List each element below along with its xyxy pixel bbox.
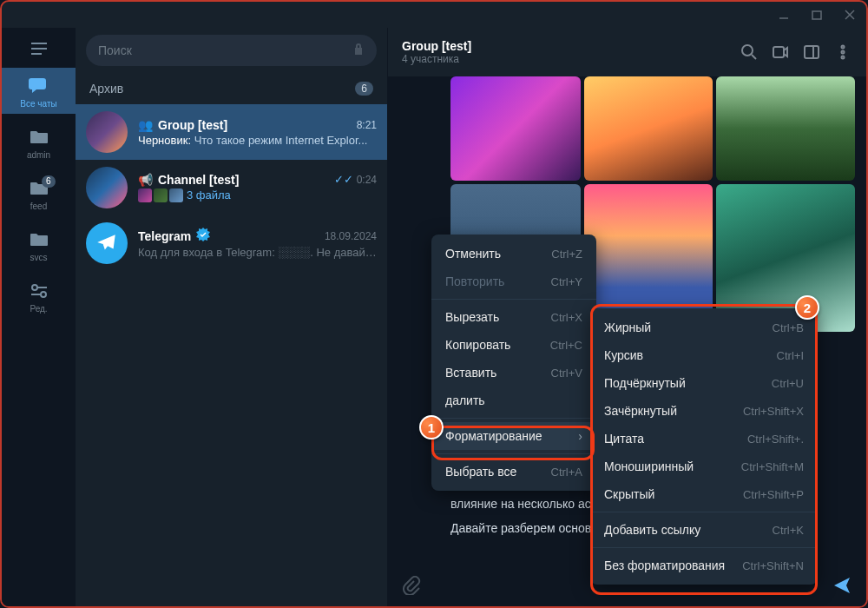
svg-rect-1: [812, 11, 821, 19]
separator: [590, 547, 818, 548]
svg-line-12: [752, 55, 756, 59]
separator: [590, 512, 818, 512]
svg-point-16: [842, 46, 845, 49]
ctx-undo[interactable]: ОтменитьCtrl+Z: [431, 240, 596, 268]
annotation-badge: 2: [795, 295, 819, 320]
ctx-cut[interactable]: ВырезатьCtrl+X: [431, 303, 596, 331]
close-button[interactable]: [844, 9, 856, 21]
svg-rect-13: [773, 47, 784, 57]
side-panel-button[interactable]: [802, 43, 821, 62]
rail-admin[interactable]: admin: [2, 119, 76, 165]
chat-time: 8:21: [357, 119, 377, 131]
ctx-plain[interactable]: Без форматированияCtrl+Shift+N: [590, 552, 818, 579]
folder-icon: 6: [28, 177, 50, 200]
media-thumbs: [138, 188, 183, 202]
lock-icon: [352, 43, 365, 59]
group-icon: 👥: [138, 118, 153, 132]
rail-label: Все чаты: [20, 99, 56, 109]
avatar: [86, 111, 128, 153]
chat-sidebar: Поиск Архив 6 👥Group [test] 8:21: [76, 28, 388, 606]
ctx-monospace[interactable]: МоноширинныйCtrl+Shift+M: [590, 453, 818, 480]
ctx-italic[interactable]: КурсивCtrl+I: [590, 341, 818, 369]
ctx-bold[interactable]: ЖирныйCtrl+B: [590, 314, 818, 341]
ctx-paste[interactable]: ВставитьCtrl+V: [431, 359, 596, 387]
archive-badge: 6: [355, 82, 373, 96]
rail-label: Ред.: [30, 304, 47, 314]
search-input[interactable]: Поиск: [86, 35, 377, 66]
svg-point-7: [32, 285, 37, 290]
chat-subtitle: 4 участника: [402, 53, 727, 65]
folder-icon: [28, 228, 50, 251]
ctx-spoiler[interactable]: СкрытыйCtrl+Shift+P: [590, 480, 818, 508]
attach-button[interactable]: [402, 576, 421, 598]
archive-label: Архив: [89, 82, 345, 96]
more-button[interactable]: [833, 43, 852, 62]
ctx-add-link[interactable]: Добавить ссылкуCtrl+K: [590, 516, 818, 544]
chat-row-group-test[interactable]: 👥Group [test] 8:21 Черновик: Что такое р…: [76, 104, 387, 160]
ctx-strike[interactable]: ЗачёркнутыйCtrl+Shift+X: [590, 397, 818, 425]
menu-button[interactable]: [22, 35, 56, 63]
svg-point-9: [41, 292, 46, 297]
chat-header[interactable]: Group [test] 4 участника: [388, 28, 866, 76]
svg-rect-14: [805, 46, 819, 58]
settings-icon: [28, 280, 50, 302]
ctx-redo[interactable]: ПовторитьCtrl+Y: [431, 268, 596, 295]
unread-badge: 6: [42, 175, 56, 188]
channel-icon: 📢: [138, 173, 153, 187]
chevron-right-icon: ›: [578, 429, 582, 443]
album-image[interactable]: [450, 76, 581, 181]
minimize-button[interactable]: [778, 9, 790, 21]
rail-edit[interactable]: Ред.: [2, 273, 76, 319]
chat-name: Group [test]: [158, 118, 227, 132]
ctx-select-all[interactable]: Выбрать всеCtrl+A: [431, 458, 596, 486]
chat-row-channel-test[interactable]: 📢Channel [test] ✓✓0:24 3 файла: [76, 160, 387, 215]
archive-row[interactable]: Архив 6: [76, 73, 387, 104]
chat-title: Group [test]: [402, 39, 727, 53]
context-menu-formatting: ЖирныйCtrl+B КурсивCtrl+I ПодчёркнутыйCt…: [590, 308, 818, 585]
read-ticks-icon: ✓✓: [334, 173, 353, 186]
search-placeholder: Поиск: [98, 43, 132, 57]
svg-point-17: [842, 51, 845, 54]
chat-name: Channel [test]: [158, 173, 239, 187]
chat-time: 18.09.2024: [325, 230, 377, 242]
chat-time: 0:24: [357, 174, 377, 186]
svg-point-18: [842, 56, 845, 59]
draft-label: Черновик:: [138, 134, 191, 147]
rail-label: feed: [30, 202, 47, 211]
svg-point-11: [742, 45, 753, 56]
rail-label: admin: [27, 150, 50, 160]
chat-name: Telegram: [138, 229, 191, 243]
verified-icon: [196, 228, 210, 244]
context-menu-edit: ОтменитьCtrl+Z ПовторитьCtrl+Y ВырезатьC…: [431, 235, 596, 491]
chats-icon: [28, 75, 50, 97]
call-button[interactable]: [771, 43, 790, 62]
chat-preview: Что такое режим Internet Explor...: [191, 134, 367, 147]
ctx-formatting[interactable]: Форматирование›: [431, 422, 596, 450]
maximize-button[interactable]: [811, 9, 823, 21]
avatar: [86, 222, 128, 264]
rail-svcs[interactable]: svcs: [2, 221, 76, 268]
avatar: [86, 167, 128, 208]
separator: [431, 418, 596, 419]
ctx-quote[interactable]: ЦитатаCtrl+Shift+.: [590, 425, 818, 453]
titlebar: [2, 2, 866, 28]
separator: [431, 453, 596, 454]
rail-label: svcs: [30, 253, 48, 262]
search-in-chat-button[interactable]: [740, 43, 759, 62]
ctx-underline[interactable]: ПодчёркнутыйCtrl+U: [590, 369, 818, 397]
chat-row-telegram[interactable]: Telegram 18.09.2024 Код для входа в Tele…: [76, 215, 387, 271]
separator: [431, 299, 596, 300]
folder-icon: [28, 126, 50, 149]
ctx-delete[interactable]: далить: [431, 387, 596, 414]
rail-all-chats[interactable]: Все чаты: [2, 68, 76, 114]
album-image[interactable]: [584, 76, 713, 181]
ctx-copy[interactable]: КопироватьCtrl+C: [431, 331, 596, 359]
annotation-badge: 1: [419, 415, 444, 439]
folders-rail: Все чаты admin 6 feed svcs Ред.: [2, 28, 76, 606]
chat-preview: Код для входа в Telegram: ░░░░. Не давай…: [138, 246, 377, 259]
chat-preview: 3 файла: [187, 188, 231, 202]
rail-feed[interactable]: 6 feed: [2, 170, 76, 216]
send-button[interactable]: [832, 575, 852, 599]
album-image[interactable]: [716, 76, 855, 181]
